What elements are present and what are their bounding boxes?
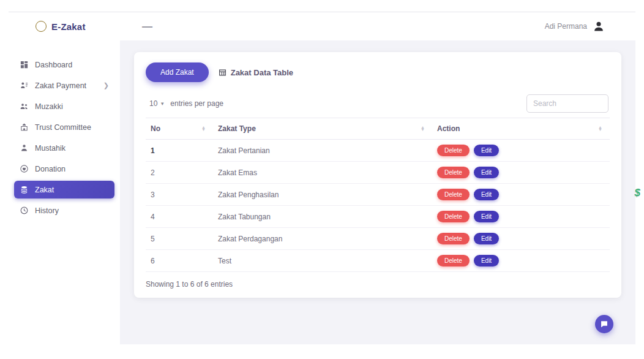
table-row: 2Zakat EmasDeleteEdit xyxy=(146,162,610,184)
delete-button[interactable]: Delete xyxy=(437,211,470,222)
app-body: DashboardZakat Payment❯MuzakkiTrust Comm… xyxy=(9,40,635,344)
cell-zakat-type: Test xyxy=(213,250,432,272)
history-icon xyxy=(20,206,29,215)
sidebar-item-trust-committee[interactable]: Trust Committee xyxy=(14,118,114,136)
cell-action: DeleteEdit xyxy=(432,184,610,206)
sidebar-item-label: Dashboard xyxy=(35,61,72,69)
cell-no: 5 xyxy=(146,228,213,250)
delete-button[interactable]: Delete xyxy=(437,233,470,244)
column-label: No xyxy=(151,124,160,133)
app-logo-icon xyxy=(36,21,47,32)
page-size-value: 10 xyxy=(149,99,157,108)
cell-action: DeleteEdit xyxy=(432,140,610,162)
sidebar-item-label: Zakat Payment xyxy=(35,81,86,90)
cell-no: 1 xyxy=(146,140,213,162)
users-icon xyxy=(20,102,29,111)
page-size-select[interactable]: 10 ▼ xyxy=(147,97,167,110)
sidebar-item-label: Muzakki xyxy=(35,102,63,111)
sort-arrows-icon: ▲▼ xyxy=(421,126,425,131)
chat-fab-button[interactable] xyxy=(595,315,613,333)
column-label: Action xyxy=(437,124,460,133)
brand[interactable]: E-Zakat xyxy=(9,21,120,32)
edit-button[interactable]: Edit xyxy=(474,189,499,200)
delete-button[interactable]: Delete xyxy=(437,255,470,266)
sidebar-item-zakat[interactable]: Zakat xyxy=(14,181,114,198)
sidebar-item-label: History xyxy=(35,206,59,215)
table-controls: 10 ▼ entries per page xyxy=(147,94,608,113)
person-icon xyxy=(20,143,29,153)
chevron-down-icon: ▼ xyxy=(160,101,165,107)
mosque-icon xyxy=(20,123,29,132)
navbar: E-Zakat — Adi Permana xyxy=(9,12,635,40)
cell-zakat-type: Zakat Penghasilan xyxy=(213,184,432,206)
coins-icon xyxy=(20,185,29,194)
column-label: Zakat Type xyxy=(218,124,256,133)
donation-icon xyxy=(20,164,29,173)
search-input[interactable] xyxy=(526,94,608,113)
sidebar-nav: DashboardZakat Payment❯MuzakkiTrust Comm… xyxy=(9,40,120,344)
edit-button[interactable]: Edit xyxy=(474,211,499,222)
table-row: 1Zakat PertanianDeleteEdit xyxy=(146,140,610,162)
sidebar-toggle-icon[interactable]: — xyxy=(142,21,152,32)
table-row: 3Zakat PenghasilanDeleteEdit xyxy=(146,184,610,206)
delete-button[interactable]: Delete xyxy=(437,189,470,200)
card-title-label: Zakat Data Table xyxy=(231,68,293,77)
entries-label: entries per page xyxy=(170,99,223,108)
card-header: Add Zakat Zakat Data Table xyxy=(146,62,610,82)
zakat-table: No▲▼Zakat Type▲▼Action▲▼ 1Zakat Pertania… xyxy=(146,118,610,272)
sidebar-item-zakat-payment[interactable]: Zakat Payment❯ xyxy=(14,77,114,94)
zakat-card: Add Zakat Zakat Data Table 10 ▼ entries … xyxy=(134,52,621,298)
sidebar-item-history[interactable]: History xyxy=(14,202,114,219)
delete-button[interactable]: Delete xyxy=(437,145,470,156)
cell-action: DeleteEdit xyxy=(432,162,610,184)
cell-zakat-type: Zakat Tabungan xyxy=(213,206,432,228)
page-size-control: 10 ▼ entries per page xyxy=(147,97,223,110)
table-row: 4Zakat TabunganDeleteEdit xyxy=(146,206,610,228)
column-header-zakat-type[interactable]: Zakat Type▲▼ xyxy=(213,118,432,140)
avatar-icon xyxy=(593,20,605,32)
sidebar-item-donation[interactable]: Donation xyxy=(14,160,114,178)
column-header-no[interactable]: No▲▼ xyxy=(146,118,213,140)
edit-button[interactable]: Edit xyxy=(474,233,499,244)
dollar-widget-icon[interactable]: $ xyxy=(635,187,640,199)
table-row: 6TestDeleteEdit xyxy=(146,250,610,272)
chat-icon xyxy=(600,320,608,328)
table-info: Showing 1 to 6 of 6 entries xyxy=(146,280,610,289)
cell-no: 6 xyxy=(146,250,213,272)
sort-arrows-icon: ▲▼ xyxy=(598,126,602,131)
table-body: 1Zakat PertanianDeleteEdit2Zakat EmasDel… xyxy=(146,140,610,272)
cell-zakat-type: Zakat Perdagangan xyxy=(213,228,432,250)
sidebar-item-label: Donation xyxy=(35,165,66,173)
dashboard-icon xyxy=(20,60,29,69)
delete-button[interactable]: Delete xyxy=(437,167,470,178)
cell-zakat-type: Zakat Pertanian xyxy=(213,140,432,162)
cell-action: DeleteEdit xyxy=(432,228,610,250)
app-title: E-Zakat xyxy=(51,21,86,32)
cell-action: DeleteEdit xyxy=(432,206,610,228)
add-zakat-button[interactable]: Add Zakat xyxy=(146,62,209,82)
payment-icon xyxy=(20,81,29,90)
cell-zakat-type: Zakat Emas xyxy=(213,162,432,184)
sort-arrows-icon: ▲▼ xyxy=(201,126,206,131)
cell-no: 3 xyxy=(146,184,213,206)
edit-button[interactable]: Edit xyxy=(474,145,499,156)
main-content: Add Zakat Zakat Data Table 10 ▼ entries … xyxy=(120,40,635,344)
sidebar-item-label: Mustahik xyxy=(35,144,66,153)
sidebar-item-label: Trust Committee xyxy=(35,123,91,132)
sidebar-item-mustahik[interactable]: Mustahik xyxy=(14,139,114,157)
cell-no: 2 xyxy=(146,162,213,184)
column-header-action[interactable]: Action▲▼ xyxy=(432,118,610,140)
table-header-row: No▲▼Zakat Type▲▼Action▲▼ xyxy=(146,118,610,140)
edit-button[interactable]: Edit xyxy=(474,255,499,266)
sidebar-item-dashboard[interactable]: Dashboard xyxy=(14,56,114,74)
sidebar-item-label: Zakat xyxy=(35,186,54,194)
card-title: Zakat Data Table xyxy=(219,68,293,77)
table-icon xyxy=(219,69,227,77)
user-menu[interactable]: Adi Permana xyxy=(545,20,635,32)
cell-action: DeleteEdit xyxy=(432,250,610,272)
user-name: Adi Permana xyxy=(545,22,587,31)
cell-no: 4 xyxy=(146,206,213,228)
edit-button[interactable]: Edit xyxy=(474,167,499,178)
sidebar-item-muzakki[interactable]: Muzakki xyxy=(14,97,114,115)
table-row: 5Zakat PerdaganganDeleteEdit xyxy=(146,228,610,250)
